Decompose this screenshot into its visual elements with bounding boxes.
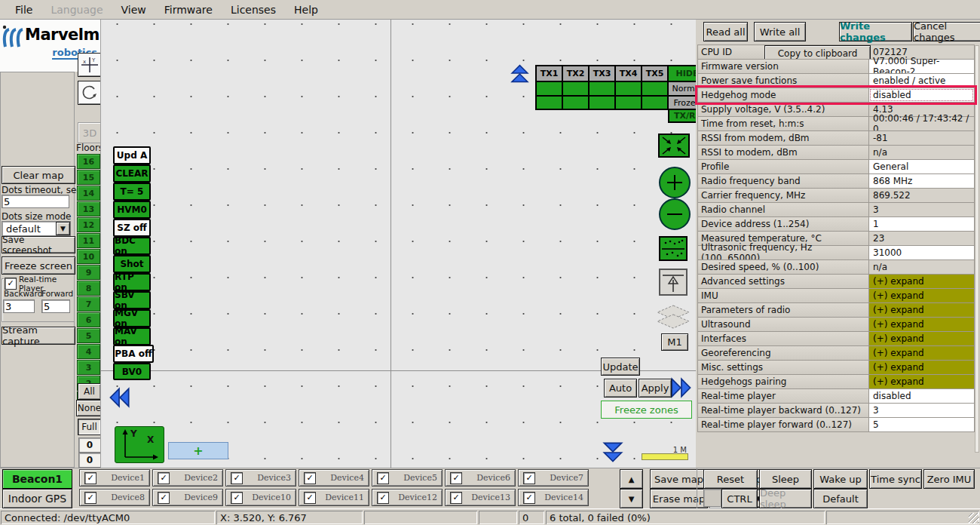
map-button-pba-off[interactable]: PBA off bbox=[113, 345, 154, 363]
clear-map-button[interactable]: Clear map bbox=[2, 166, 75, 184]
table-row[interactable]: Radio frequency band868 MHz bbox=[697, 173, 975, 189]
tx-cell[interactable] bbox=[535, 95, 563, 110]
stream-capture-button[interactable]: Stream capture bbox=[2, 327, 75, 345]
checkbox-checked-icon[interactable]: ✓ bbox=[304, 492, 316, 504]
write-all-button[interactable]: Write all bbox=[754, 22, 806, 41]
checkbox-checked-icon[interactable]: ✓ bbox=[231, 492, 243, 504]
add-submap-button[interactable]: + bbox=[168, 442, 228, 459]
device11-toggle[interactable]: ✓Device11 bbox=[299, 489, 369, 506]
floor-button[interactable]: 8 bbox=[77, 281, 100, 296]
table-row[interactable]: Ultrasonic frequency, Hz (100..65000)310… bbox=[697, 245, 975, 260]
freeze-screen-button[interactable]: Freeze screen bbox=[2, 256, 75, 275]
indoor-gps-tab[interactable]: Indoor GPS bbox=[2, 489, 72, 508]
tx5-header[interactable]: TX5 bbox=[641, 65, 669, 82]
table-row[interactable]: RSSI to modem, dBmn/a bbox=[697, 145, 975, 160]
table-row-expand[interactable]: Misc. settings(+) expand bbox=[697, 360, 975, 375]
checkbox-checked-icon[interactable]: ✓ bbox=[450, 492, 462, 504]
expand-cell[interactable]: (+) expand bbox=[868, 374, 975, 389]
double-chevron-down-icon[interactable] bbox=[602, 441, 624, 464]
freeze-zones-button[interactable]: Freeze zones bbox=[601, 401, 692, 419]
table-row[interactable]: Real-time playerdisabled bbox=[697, 388, 975, 404]
read-all-button[interactable]: Read all bbox=[703, 22, 748, 41]
device7-toggle[interactable]: ✓Device7 bbox=[518, 469, 589, 487]
ctrl-button[interactable]: CTRL bbox=[721, 489, 758, 508]
tx-cell[interactable] bbox=[562, 81, 590, 97]
device2-toggle[interactable]: ✓Device2 bbox=[152, 469, 223, 487]
origin-axes-icon[interactable]: Y X bbox=[115, 426, 164, 463]
sleep-button[interactable]: Sleep bbox=[759, 469, 812, 489]
ctrl-checkbox[interactable] bbox=[703, 489, 721, 507]
expand-cell[interactable]: (+) expand bbox=[868, 331, 975, 346]
table-row[interactable]: RSSI from modem, dBm-81 bbox=[697, 130, 975, 146]
table-row-expand[interactable]: Ultrasound(+) expand bbox=[697, 317, 975, 332]
double-chevron-left-icon[interactable] bbox=[108, 386, 130, 409]
device12-toggle[interactable]: ✓Device12 bbox=[372, 489, 443, 506]
map-button-shot[interactable]: Shot bbox=[113, 255, 151, 273]
dropdown-arrow-icon[interactable]: ▼ bbox=[56, 222, 70, 235]
floor-button[interactable]: 12 bbox=[77, 217, 100, 232]
wake-up-button[interactable]: Wake up bbox=[813, 469, 868, 489]
expand-cell[interactable]: (+) expand bbox=[868, 302, 975, 318]
row-value[interactable]: disabled bbox=[868, 88, 975, 103]
checkbox-checked-icon[interactable]: ✓ bbox=[84, 492, 96, 504]
device4-toggle[interactable]: ✓Device4 bbox=[299, 469, 369, 487]
write-changes-button[interactable]: Write changes bbox=[839, 22, 912, 41]
map-button-mav-on[interactable]: MAV on bbox=[113, 327, 151, 345]
tx-cell[interactable] bbox=[614, 95, 642, 110]
device8-toggle[interactable]: ✓Device8 bbox=[79, 489, 150, 506]
map-button-rtp-on[interactable]: RTP on bbox=[113, 273, 151, 291]
menu-file[interactable]: File bbox=[6, 2, 41, 18]
checkbox-checked-icon[interactable]: ✓ bbox=[377, 492, 389, 504]
table-row-expand[interactable]: Hedgehogs pairing(+) expand bbox=[697, 374, 975, 389]
devices-scroll-down-icon[interactable]: ▼ bbox=[620, 489, 643, 508]
tx3-header[interactable]: TX3 bbox=[588, 65, 616, 82]
save-screenshot-button[interactable]: Save screenshot bbox=[2, 236, 75, 253]
floors-all-button[interactable]: All bbox=[78, 383, 101, 400]
zoom-in-icon[interactable] bbox=[659, 167, 691, 198]
checkbox-checked-icon[interactable]: ✓ bbox=[523, 492, 535, 504]
forward-input[interactable] bbox=[41, 299, 70, 313]
table-row[interactable]: Firmware versionV7.000i Super-Beacon-2 bbox=[697, 59, 975, 74]
auto-button[interactable]: Auto bbox=[604, 379, 637, 398]
pan-up-icon[interactable] bbox=[659, 269, 688, 296]
table-row[interactable]: Real-time player forward (0..127)5 bbox=[697, 417, 975, 432]
table-row-expand[interactable]: Interfaces(+) expand bbox=[697, 331, 975, 346]
expand-cell[interactable]: (+) expand bbox=[868, 360, 975, 375]
floor-button[interactable]: 6 bbox=[77, 312, 100, 327]
floor-button[interactable]: 13 bbox=[77, 201, 100, 216]
floor-button[interactable]: 3 bbox=[77, 360, 100, 375]
table-row[interactable]: Time from reset, h:m:s00:00:46 / 17:43:4… bbox=[697, 116, 975, 131]
xy-axes-icon[interactable]: x Y bbox=[78, 53, 102, 77]
floor-button[interactable]: 15 bbox=[77, 170, 100, 185]
floor-button[interactable]: 10 bbox=[77, 249, 100, 264]
checkbox-checked-icon[interactable]: ✓ bbox=[158, 472, 170, 484]
tx2-header[interactable]: TX2 bbox=[562, 65, 590, 82]
device5-toggle[interactable]: ✓Device5 bbox=[372, 469, 443, 487]
menu-help[interactable]: Help bbox=[285, 2, 327, 18]
checkbox-checked-icon[interactable]: ✓ bbox=[231, 472, 243, 484]
tx-cell[interactable] bbox=[562, 95, 590, 110]
floor-button[interactable]: 11 bbox=[77, 233, 100, 248]
table-row[interactable]: Desired speed, % (0..100)n/a bbox=[697, 259, 975, 275]
apply-button[interactable]: Apply bbox=[639, 379, 672, 398]
update-button[interactable]: Update bbox=[601, 358, 640, 376]
map-button-t5[interactable]: T= 5 bbox=[113, 183, 151, 201]
tx4-header[interactable]: TX4 bbox=[614, 65, 642, 82]
beacon1-tab[interactable]: Beacon1 bbox=[2, 469, 72, 489]
zoom-out-icon[interactable] bbox=[659, 198, 691, 230]
table-row-expand[interactable]: Georeferencing(+) expand bbox=[697, 345, 975, 361]
fit-view-icon[interactable] bbox=[658, 134, 690, 158]
floor-button[interactable]: 16 bbox=[77, 154, 100, 169]
tx1-header[interactable]: TX1 bbox=[535, 65, 563, 82]
checkbox-checked-icon[interactable]: ✓ bbox=[158, 492, 170, 504]
map-button-hvm0[interactable]: HVM0 bbox=[113, 201, 151, 219]
floor-button[interactable]: 4 bbox=[77, 344, 100, 359]
rotate-icon[interactable] bbox=[78, 81, 102, 105]
floor-button[interactable]: 9 bbox=[77, 265, 100, 280]
table-row[interactable]: Power save functionsenabled / active bbox=[697, 73, 975, 88]
tx-cell[interactable] bbox=[641, 81, 669, 97]
map-button-clear[interactable]: CLEAR bbox=[113, 164, 151, 183]
tx-cell[interactable] bbox=[614, 81, 642, 97]
map-button-sbv-on[interactable]: SBV on bbox=[113, 291, 151, 309]
table-row[interactable]: Device address (1..254)1 bbox=[697, 216, 975, 232]
